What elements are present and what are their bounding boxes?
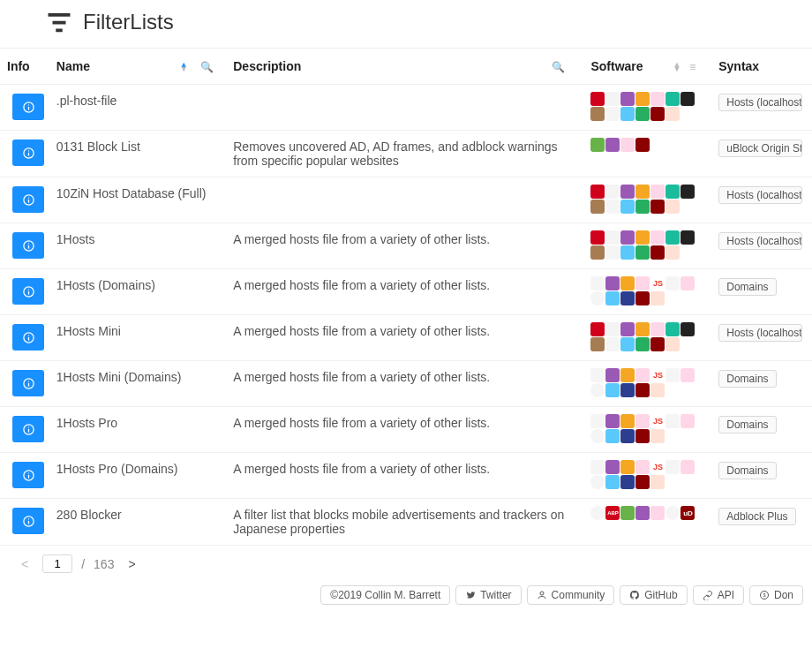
software-icon[interactable] bbox=[635, 245, 650, 260]
software-icon[interactable] bbox=[605, 92, 620, 106]
software-icon[interactable] bbox=[605, 414, 620, 428]
software-icon[interactable] bbox=[590, 230, 605, 245]
donate-link[interactable]: $ Don bbox=[749, 585, 803, 605]
software-icon[interactable] bbox=[620, 107, 635, 121]
software-icon[interactable] bbox=[590, 200, 605, 214]
software-icon[interactable] bbox=[680, 276, 695, 290]
software-icon[interactable] bbox=[590, 291, 605, 305]
software-icon[interactable] bbox=[650, 506, 665, 520]
software-icon[interactable] bbox=[605, 322, 620, 336]
software-icon[interactable] bbox=[605, 230, 620, 245]
software-icon[interactable] bbox=[620, 322, 635, 336]
syntax-tag[interactable]: Domains bbox=[718, 278, 776, 296]
syntax-tag[interactable]: Hosts (localhosts) bbox=[718, 94, 802, 111]
col-software[interactable]: Software ▲▼ ≡ bbox=[583, 49, 711, 85]
info-button[interactable] bbox=[12, 139, 44, 166]
software-icon[interactable] bbox=[635, 475, 650, 489]
software-icon[interactable] bbox=[665, 200, 680, 214]
software-icon[interactable] bbox=[665, 414, 680, 428]
software-icon[interactable] bbox=[590, 276, 605, 290]
software-icon[interactable] bbox=[590, 429, 605, 443]
col-description[interactable]: Description 🔍 bbox=[226, 49, 583, 85]
software-icon[interactable] bbox=[635, 506, 650, 520]
software-icon[interactable] bbox=[605, 475, 620, 489]
sort-icon[interactable]: ▲▼ bbox=[180, 63, 188, 72]
software-icon[interactable] bbox=[590, 337, 605, 351]
software-icon[interactable] bbox=[665, 245, 680, 260]
software-icon[interactable] bbox=[635, 383, 650, 397]
filter-icon[interactable]: ≡ bbox=[689, 61, 695, 73]
software-icon[interactable] bbox=[590, 322, 605, 336]
software-icon[interactable] bbox=[680, 230, 695, 245]
software-icon[interactable] bbox=[620, 383, 635, 397]
software-icon[interactable] bbox=[590, 414, 605, 428]
software-icon[interactable] bbox=[650, 429, 665, 443]
syntax-tag[interactable]: Domains bbox=[718, 416, 776, 434]
software-icon[interactable] bbox=[635, 138, 650, 152]
software-icon[interactable] bbox=[665, 276, 680, 290]
software-icon[interactable] bbox=[665, 230, 680, 245]
col-name[interactable]: Name ▲▼ 🔍 bbox=[49, 49, 226, 85]
software-icon[interactable] bbox=[650, 245, 665, 260]
software-icon[interactable] bbox=[605, 291, 620, 305]
software-icon[interactable] bbox=[605, 245, 620, 260]
page-input[interactable] bbox=[42, 554, 72, 573]
community-link[interactable]: Community bbox=[527, 585, 615, 605]
software-icon[interactable] bbox=[620, 460, 635, 474]
search-icon[interactable]: 🔍 bbox=[552, 61, 565, 73]
software-icon[interactable]: ABP bbox=[605, 506, 620, 520]
syntax-tag[interactable]: Hosts (localhosts) bbox=[718, 186, 802, 204]
software-icon[interactable] bbox=[635, 200, 650, 214]
software-icon[interactable] bbox=[635, 92, 650, 106]
software-icon[interactable] bbox=[605, 368, 620, 382]
software-icon[interactable] bbox=[650, 230, 665, 245]
syntax-tag[interactable]: Domains bbox=[718, 462, 776, 479]
software-icon[interactable] bbox=[680, 92, 695, 106]
software-icon[interactable] bbox=[620, 138, 635, 152]
software-icon[interactable] bbox=[620, 245, 635, 260]
software-icon[interactable] bbox=[665, 322, 680, 336]
info-button[interactable] bbox=[12, 324, 44, 351]
info-button[interactable] bbox=[12, 416, 44, 442]
software-icon[interactable] bbox=[620, 185, 635, 199]
github-link[interactable]: GitHub bbox=[620, 585, 687, 605]
software-icon[interactable] bbox=[665, 368, 680, 382]
software-icon[interactable]: JS bbox=[650, 276, 665, 290]
info-button[interactable] bbox=[12, 462, 44, 488]
software-icon[interactable] bbox=[635, 337, 650, 351]
software-icon[interactable] bbox=[680, 322, 695, 336]
software-icon[interactable] bbox=[605, 107, 620, 121]
software-icon[interactable] bbox=[620, 200, 635, 214]
software-icon[interactable] bbox=[635, 414, 650, 428]
software-icon[interactable] bbox=[590, 138, 605, 152]
software-icon[interactable] bbox=[665, 337, 680, 351]
software-icon[interactable] bbox=[605, 460, 620, 474]
col-syntax[interactable]: Syntax bbox=[711, 49, 812, 85]
software-icon[interactable]: uD bbox=[680, 506, 695, 520]
syntax-tag[interactable]: Hosts (localhosts) bbox=[718, 324, 802, 342]
software-icon[interactable] bbox=[590, 245, 605, 260]
software-icon[interactable] bbox=[620, 337, 635, 351]
software-icon[interactable] bbox=[635, 291, 650, 305]
software-icon[interactable] bbox=[620, 475, 635, 489]
software-icon[interactable] bbox=[650, 107, 665, 121]
software-icon[interactable] bbox=[635, 185, 650, 199]
software-icon[interactable] bbox=[635, 322, 650, 336]
software-icon[interactable] bbox=[605, 337, 620, 351]
software-icon[interactable] bbox=[650, 475, 665, 489]
info-button[interactable] bbox=[12, 278, 44, 305]
software-icon[interactable] bbox=[620, 368, 635, 382]
software-icon[interactable] bbox=[590, 92, 605, 106]
software-icon[interactable] bbox=[590, 383, 605, 397]
software-icon[interactable] bbox=[590, 107, 605, 121]
copyright-chip[interactable]: ©2019 Collin M. Barrett bbox=[320, 585, 450, 605]
software-icon[interactable] bbox=[590, 185, 605, 199]
software-icon[interactable] bbox=[605, 200, 620, 214]
software-icon[interactable] bbox=[635, 429, 650, 443]
software-icon[interactable] bbox=[605, 276, 620, 290]
software-icon[interactable] bbox=[680, 368, 695, 382]
software-icon[interactable] bbox=[635, 368, 650, 382]
software-icon[interactable] bbox=[620, 276, 635, 290]
software-icon[interactable] bbox=[605, 185, 620, 199]
info-button[interactable] bbox=[12, 232, 44, 259]
